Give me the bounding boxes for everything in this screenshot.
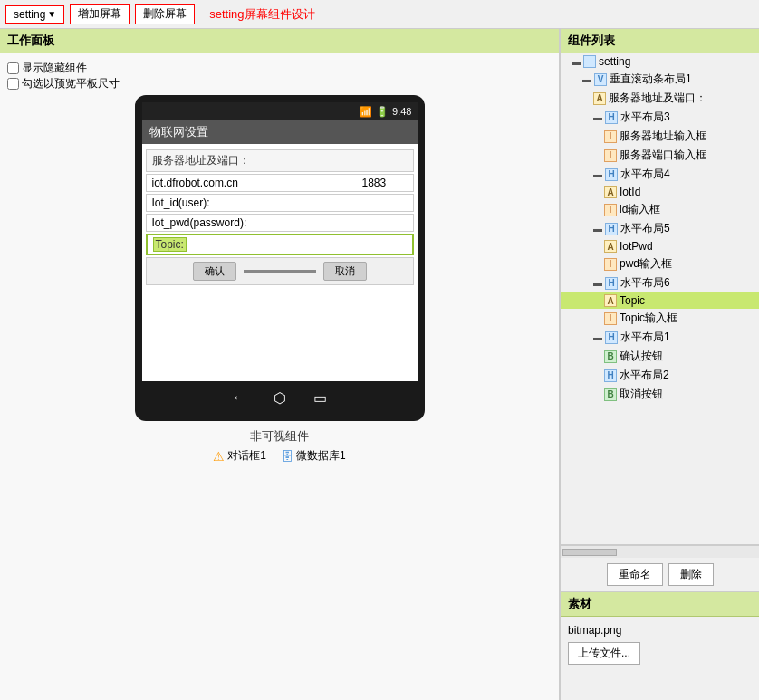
phone-frame: 📶 🔋 9:48 物联网设置 服务器地址及端口： <box>135 95 425 421</box>
phone-screen: 物联网设置 服务器地址及端口： <box>142 120 418 381</box>
tree-item-hlayout3[interactable]: ▬ H 水平布局3 <box>561 108 759 127</box>
iot-pwd-input[interactable] <box>250 216 407 229</box>
icon-id-input: I <box>604 204 617 216</box>
show-hidden-input[interactable] <box>7 62 19 74</box>
collapse-hlayout1[interactable]: ▬ <box>593 332 602 342</box>
toolbar: setting ▼ 增加屏幕 删除屏幕 setting屏幕组件设计 <box>0 0 759 29</box>
label-pwd-input: pwd输入框 <box>620 256 672 272</box>
icon-hlayout2: H <box>604 369 617 382</box>
icon-iotid-label: A <box>604 186 617 198</box>
tree-item-iotid-label[interactable]: A IotId <box>561 184 759 200</box>
add-screen-button[interactable]: 增加屏幕 <box>70 4 130 24</box>
label-cancel-btn: 取消按钮 <box>620 387 663 402</box>
collapse-hlayout6[interactable]: ▬ <box>593 278 602 288</box>
label-topic: Topic <box>620 294 645 307</box>
setting-arrow: ▼ <box>47 9 56 19</box>
tree-item-setting[interactable]: ▬ setting <box>561 53 759 70</box>
main-layout: 工作面板 显示隐藏组件 勾选以预览平板尺寸 📶 🔋 <box>0 29 759 700</box>
icon-hlayout3: H <box>605 111 618 124</box>
scroll-thumb[interactable] <box>562 549 617 556</box>
label-hlayout2: 水平布局2 <box>620 368 669 383</box>
tree-item-hlayout5[interactable]: ▬ H 水平布局5 <box>561 219 759 238</box>
tree-item-server-addr-input[interactable]: I 服务器地址输入框 <box>561 127 759 146</box>
right-panel: 组件列表 ▬ setting ▬ V 垂直滚动条布局1 A 服务器地址及端口： … <box>560 29 759 700</box>
iot-id-label: Iot_id(user): <box>152 197 210 209</box>
label-setting: setting <box>599 55 630 68</box>
non-visual-title: 非可视组件 <box>135 428 425 445</box>
label-id-input: id输入框 <box>620 202 660 217</box>
rename-button[interactable]: 重命名 <box>607 563 663 586</box>
icon-cancel-btn: B <box>604 388 617 401</box>
workbench-header: 工作面板 <box>0 29 559 53</box>
tree-item-hlayout6[interactable]: ▬ H 水平布局6 <box>561 273 759 292</box>
tree-item-server-label[interactable]: A 服务器地址及端口： <box>561 89 759 108</box>
preview-tablet-input[interactable] <box>7 78 19 90</box>
assets-item: bitmap.png <box>568 624 752 637</box>
home-icon[interactable]: ⬡ <box>274 389 286 407</box>
recent-icon[interactable]: ▭ <box>313 389 327 407</box>
label-hlayout4: 水平布局4 <box>620 167 670 182</box>
assets-header: 素材 <box>561 592 759 617</box>
tree-actions: 重命名 删除 <box>561 558 759 591</box>
cancel-button[interactable]: 取消 <box>323 262 367 281</box>
tree-item-cancel-btn[interactable]: B 取消按钮 <box>561 385 759 404</box>
label-confirm-btn: 确认按钮 <box>620 349 663 364</box>
back-icon[interactable]: ← <box>232 389 246 406</box>
label-iotid: IotId <box>620 186 640 198</box>
phone-status-bar: 📶 🔋 9:48 <box>142 102 418 120</box>
remove-screen-button[interactable]: 删除屏幕 <box>135 4 195 24</box>
tree-item-id-input[interactable]: I id输入框 <box>561 200 759 219</box>
component-list-header: 组件列表 <box>561 29 759 53</box>
non-visual-items: ⚠ 对话框1 🗄 微数据库1 <box>135 448 425 464</box>
tree-scrollbar[interactable] <box>561 545 759 558</box>
phone-content: 服务器地址及端口： Iot_id(user): <box>142 144 418 381</box>
label-hlayout6: 水平布局6 <box>620 275 670 291</box>
collapse-vscroll[interactable]: ▬ <box>582 74 591 84</box>
tree-item-hlayout2[interactable]: H 水平布局2 <box>561 366 759 385</box>
phone-nav: ← ⬡ ▭ <box>142 381 418 414</box>
delete-button[interactable]: 删除 <box>668 563 714 586</box>
preview-tablet-checkbox[interactable]: 勾选以预览平板尺寸 <box>7 76 552 91</box>
tree-item-server-port-input[interactable]: I 服务器端口输入框 <box>561 146 759 165</box>
show-hidden-checkbox[interactable]: 显示隐藏组件 <box>7 61 552 76</box>
confirm-button[interactable]: 确认 <box>193 262 236 281</box>
non-visual-area: 非可视组件 ⚠ 对话框1 🗄 微数据库1 <box>135 428 425 464</box>
phone-container: 📶 🔋 9:48 物联网设置 服务器地址及端口： <box>135 95 425 464</box>
server-port-input[interactable] <box>362 177 408 189</box>
collapse-hlayout5[interactable]: ▬ <box>593 224 602 234</box>
collapse-setting[interactable]: ▬ <box>572 57 581 67</box>
icon-hlayout1: H <box>605 331 618 344</box>
server-host-input[interactable] <box>152 177 359 189</box>
dialog-item[interactable]: ⚠ 对话框1 <box>213 448 266 464</box>
label-server-port: 服务器端口输入框 <box>620 148 706 163</box>
db-item[interactable]: 🗄 微数据库1 <box>281 448 346 464</box>
label-hlayout3: 水平布局3 <box>620 110 670 125</box>
icon-confirm-btn: B <box>604 350 617 363</box>
setting-button[interactable]: setting ▼ <box>5 5 64 24</box>
tree-item-iotpwd-label[interactable]: A IotPwd <box>561 238 759 254</box>
topic-input[interactable] <box>190 238 407 251</box>
icon-hlayout6: H <box>605 277 618 290</box>
battery-icon: 🔋 <box>376 106 389 118</box>
icon-topic-input: I <box>604 312 617 325</box>
label-hlayout1: 水平布局1 <box>620 330 670 345</box>
upload-button[interactable]: 上传文件... <box>568 642 640 665</box>
server-label-row: 服务器地址及端口： <box>146 149 414 172</box>
signal-icon: 📶 <box>360 106 372 118</box>
label-vscroll: 垂直滚动条布局1 <box>610 72 692 87</box>
collapse-hlayout4[interactable]: ▬ <box>593 169 602 179</box>
label-iotpwd: IotPwd <box>620 240 653 253</box>
iot-id-input[interactable] <box>214 197 408 209</box>
tree-item-vscroll[interactable]: ▬ V 垂直滚动条布局1 <box>561 70 759 89</box>
tree-item-hlayout4[interactable]: ▬ H 水平布局4 <box>561 165 759 184</box>
tree-item-topic-label[interactable]: A Topic <box>561 292 759 309</box>
tree-item-topic-input[interactable]: I Topic输入框 <box>561 309 759 328</box>
component-tree: ▬ setting ▬ V 垂直滚动条布局1 A 服务器地址及端口： ▬ H 水… <box>561 53 759 545</box>
tree-item-confirm-btn[interactable]: B 确认按钮 <box>561 347 759 366</box>
time-display: 9:48 <box>392 106 411 117</box>
server-label: 服务器地址及端口： <box>152 154 250 167</box>
icon-topic-label: A <box>604 294 617 307</box>
tree-item-pwd-input[interactable]: I pwd输入框 <box>561 254 759 273</box>
collapse-hlayout3[interactable]: ▬ <box>593 112 602 122</box>
tree-item-hlayout1[interactable]: ▬ H 水平布局1 <box>561 328 759 347</box>
